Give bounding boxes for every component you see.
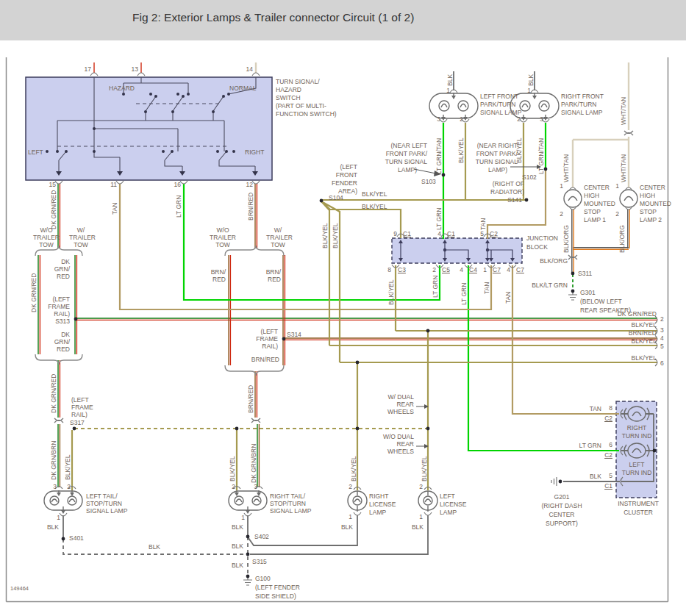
jb-name-2: BLOCK bbox=[526, 244, 548, 251]
s313-l2: FRAME bbox=[48, 304, 70, 310]
fr-pin-3: 3 bbox=[540, 116, 543, 123]
fr-name-2: PARK/TURN bbox=[561, 101, 597, 108]
lt-blk-label: BLK bbox=[47, 524, 59, 531]
wire-blkyel-ll: BLK/YEL bbox=[421, 456, 428, 482]
g301-label: G301 bbox=[580, 290, 596, 296]
fl-pin-3: 3 bbox=[437, 116, 440, 123]
re-pin-5: 5 bbox=[660, 343, 664, 350]
wire-dkgrnbrn-2: DK GRN/BRN bbox=[251, 444, 257, 483]
ll-pin-2: 2 bbox=[419, 484, 423, 490]
ch1-pin-2: 2 bbox=[560, 211, 563, 218]
cl-c2-b: C2 bbox=[604, 452, 612, 459]
s103-l1: (NEAR LEFT bbox=[390, 143, 427, 149]
ch2-name-5: LAMP 2 bbox=[640, 217, 662, 223]
ch1-pin-1: 1 bbox=[560, 183, 563, 190]
ch1-name-1: CENTER bbox=[584, 185, 610, 191]
wire-blkyel-jb: BLK/YEL bbox=[388, 280, 395, 306]
switch-pin-12: 12 bbox=[246, 182, 253, 188]
cl-lti-2: TURN IND bbox=[622, 470, 652, 476]
wire-blkyel-lt: BLK/YEL bbox=[65, 455, 71, 481]
wire-ltgrn-jb1: LT GRN bbox=[432, 276, 439, 298]
rl-name-2: LICENSE bbox=[369, 501, 396, 508]
s314-l2: FRAME bbox=[256, 336, 278, 343]
s317-l1: (LEFT bbox=[71, 397, 89, 404]
s104-l1: (LEFT bbox=[340, 164, 357, 171]
wire-dkgrnred-2: DK GRN/RED bbox=[31, 273, 37, 312]
jb-pin-8-conn: C3 bbox=[398, 267, 406, 273]
dkgrnred-a1: DK bbox=[61, 259, 70, 265]
blkltgrn-label: BLK/LT GRN bbox=[532, 282, 568, 289]
ll-name-3: LAMP bbox=[440, 509, 457, 516]
brnred-m: BRN/RED bbox=[251, 357, 279, 363]
jb-pin-4c-conn: C7 bbox=[516, 267, 524, 273]
wire-dkgrnbrn-1: DK GRN/BRN bbox=[51, 441, 57, 480]
jb-pin-1: 1 bbox=[483, 267, 487, 273]
jb-pin-1-conn: C7 bbox=[493, 267, 501, 273]
blkyel-h2: BLK/YEL bbox=[362, 204, 387, 210]
re-pin-6: 6 bbox=[660, 360, 664, 367]
blk-dash-label: BLK bbox=[149, 544, 160, 551]
s314-l1: (LEFT bbox=[260, 329, 278, 335]
re-brnred: BRN/RED bbox=[629, 330, 657, 337]
brnred-a2: RED bbox=[212, 276, 226, 283]
w-trailer-tow-l2: TRAILER bbox=[69, 234, 96, 241]
g100-l2: SIDE SHIELD) bbox=[255, 593, 296, 600]
g201-l3: SUPPORT) bbox=[546, 520, 578, 527]
jb-pin-4b: 4 bbox=[460, 267, 463, 273]
re-pin-4: 4 bbox=[660, 335, 664, 342]
g201-l2: CENTER bbox=[549, 512, 575, 518]
ch1-name-3: MOUNTED bbox=[584, 201, 615, 207]
wodual-2: REAR bbox=[396, 441, 414, 448]
s103-l3: TURN SIGNAL bbox=[385, 159, 427, 165]
rt-blk-1: BLK bbox=[232, 524, 243, 531]
switch-pin-16: 16 bbox=[174, 182, 181, 188]
cl-pin-6: 6 bbox=[609, 442, 612, 448]
switch-pin-17: 17 bbox=[85, 66, 91, 73]
ch2-name-3: MOUNTED bbox=[640, 201, 671, 207]
lt-name-2: STOP/TURN bbox=[86, 501, 122, 507]
cl-ltgrn: LT GRN bbox=[579, 443, 601, 449]
wire-blkyel-rl: BLK/YEL bbox=[351, 456, 357, 482]
wo-trailer-tow-l2: TRAILER bbox=[33, 234, 60, 241]
s102-l1: (NEAR RIGHT bbox=[477, 143, 518, 149]
ch2-name-2: HIGH bbox=[640, 193, 655, 199]
re-blkyel-2: BLK/YEL bbox=[632, 338, 657, 345]
circuit-diagram: 171314HAZARDNORMALLEFTRIGHTTURN SIGNAL/H… bbox=[0, 0, 686, 616]
fl-name-1: LEFT FRONT bbox=[480, 93, 518, 100]
rt-name-2: STOP/TURN bbox=[270, 501, 306, 507]
s103-l2: FRONT PARK/ bbox=[386, 151, 427, 157]
wire-ltgrntan-r: LT GRN/TAN bbox=[538, 138, 545, 174]
wire-whttan-1: WHT/TAN bbox=[621, 97, 627, 125]
cl-rti-2: TURN IND bbox=[622, 433, 652, 440]
switch-left-label: LEFT bbox=[28, 149, 43, 156]
wdual-2: REAR bbox=[396, 401, 414, 408]
jb-pin-4a: 4 bbox=[437, 231, 441, 237]
wire-dkgrnred-3: DK GRN/RED bbox=[51, 374, 57, 413]
s102-l3: TURN SIGNAL bbox=[476, 159, 518, 165]
s102-label: S102 bbox=[522, 174, 537, 181]
cl-c1: C1 bbox=[604, 483, 612, 490]
wdual-1: W/ DUAL bbox=[388, 394, 414, 401]
lt-pin-3: 3 bbox=[53, 484, 57, 490]
s317-l3: RAIL) bbox=[71, 412, 87, 418]
wdual-3: WHEELS bbox=[387, 409, 414, 415]
rt-blk-2: BLK bbox=[232, 543, 243, 550]
jb-pin-9-conn: C1 bbox=[403, 231, 411, 237]
switch-pin-14: 14 bbox=[246, 66, 253, 73]
dkgrnred-b2: GRN/ bbox=[54, 339, 70, 345]
cl-pin-8: 8 bbox=[609, 405, 612, 412]
w-trailer-tow-l1: W/ bbox=[77, 227, 85, 234]
wo-trailer-tow-m3: TOW bbox=[215, 242, 230, 248]
wo-trailer-tow-l3: TOW bbox=[39, 242, 54, 248]
wire-ltgrn-jb3: LT GRN bbox=[436, 208, 443, 230]
wire-blk-fr: BLK bbox=[528, 74, 535, 86]
wire-whttan-2: WHT/TAN bbox=[563, 154, 570, 182]
ll-pin-1: 1 bbox=[419, 514, 423, 520]
w-trailer-tow-l3: TOW bbox=[74, 242, 88, 248]
ch1-name-2: HIGH bbox=[584, 193, 599, 199]
s104-l3: FENDER bbox=[332, 180, 357, 187]
switch-right-label: RIGHT bbox=[245, 149, 264, 156]
ch2-pin-1: 1 bbox=[615, 183, 619, 190]
dkgrnred-a3: RED bbox=[57, 273, 70, 280]
cl-tan: TAN bbox=[590, 406, 601, 412]
